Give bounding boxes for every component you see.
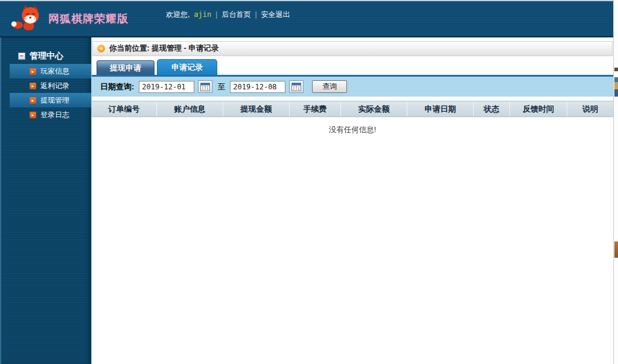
query-button[interactable]: 查询 <box>312 80 347 93</box>
sidebar-item-player-info[interactable]: ▸ 玩家信息 <box>10 64 91 78</box>
column-header-feedback-time: 反馈时间 <box>510 101 567 117</box>
scrollbar[interactable] <box>613 0 618 364</box>
tab-bar: 提现申请 申请记录 <box>92 60 613 77</box>
fox-mascot-icon <box>10 4 44 34</box>
date-to-input[interactable] <box>230 81 285 93</box>
column-header-withdraw-amount: 提现金额 <box>223 101 290 117</box>
welcome-text: 欢迎您, <box>166 10 190 20</box>
backend-home-link[interactable]: 后台首页 <box>221 10 250 20</box>
column-header-actual-amount: 实际金额 <box>341 101 407 117</box>
date-filter-bar: 日期查询: 至 查询 <box>92 77 613 97</box>
calendar-icon <box>291 83 301 91</box>
calendar-icon <box>200 83 210 91</box>
separator: | <box>215 10 217 19</box>
clipped-content-fragment <box>614 241 618 258</box>
sidebar-nav: ▸ 玩家信息 ▸ 返利记录 ▸ 提现管理 ▸ 登录日志 <box>1 64 91 122</box>
admin-console: 网狐棋牌荣耀版 欢迎您, ajin | 后台首页 | 安全退出 − 管理中心 ▸… <box>0 0 618 364</box>
app-title: 网狐棋牌荣耀版 <box>48 11 129 26</box>
breadcrumb: ➜ 你当前位置: 提现管理 - 申请记录 <box>92 41 613 56</box>
arrow-bullet-icon: ▸ <box>30 97 36 104</box>
date-from-input[interactable] <box>139 81 194 93</box>
clipped-content-fragment <box>614 68 618 71</box>
username: ajin <box>194 10 211 19</box>
column-header-remark: 说明 <box>567 101 613 117</box>
sidebar-section-admin-center[interactable]: − 管理中心 <box>1 48 91 64</box>
clipped-content-fragment <box>614 77 618 97</box>
breadcrumb-text: 你当前位置: 提现管理 - 申请记录 <box>109 43 218 54</box>
fox-mascot-logo <box>8 2 46 36</box>
collapse-minus-icon[interactable]: − <box>18 53 25 60</box>
separator: | <box>255 10 256 19</box>
arrow-bullet-icon: ▸ <box>30 112 36 118</box>
sidebar-item-label: 返利记录 <box>40 81 69 91</box>
column-header-apply-date: 申请日期 <box>407 101 474 117</box>
calendar-to-button[interactable] <box>289 80 304 93</box>
column-header-order-no: 订单编号 <box>92 101 157 117</box>
top-header: 网狐棋牌荣耀版 欢迎您, ajin | 后台首页 | 安全退出 <box>0 0 613 37</box>
sidebar-section-label: 管理中心 <box>30 51 63 62</box>
location-arrow-icon: ➜ <box>97 45 105 53</box>
column-header-status: 状态 <box>474 101 510 117</box>
sidebar-item-label: 提现管理 <box>40 95 69 106</box>
sidebar-item-label: 玩家信息 <box>40 66 69 77</box>
main-panel: ➜ 你当前位置: 提现管理 - 申请记录 提现申请 申请记录 日期查询: 至 <box>91 37 613 364</box>
header-user-bar: 欢迎您, ajin | 后台首页 | 安全退出 <box>166 10 290 20</box>
sidebar-item-withdraw-management[interactable]: ▸ 提现管理 <box>10 93 91 107</box>
arrow-bullet-icon: ▸ <box>30 83 36 89</box>
column-header-account-info: 账户信息 <box>157 101 223 117</box>
table-header-row: 订单编号 账户信息 提现金额 手续费 实际金额 申请日期 状态 反馈时间 说明 <box>92 101 613 117</box>
to-label: 至 <box>217 81 225 92</box>
tab-withdraw-apply[interactable]: 提现申请 <box>97 60 154 75</box>
date-query-label: 日期查询: <box>100 81 134 92</box>
sidebar: − 管理中心 ▸ 玩家信息 ▸ 返利记录 ▸ 提现管理 ▸ 登录日志 <box>0 37 91 364</box>
column-header-fee: 手续费 <box>290 101 341 117</box>
empty-message: 没有任何信息! <box>92 125 613 135</box>
logout-link[interactable]: 安全退出 <box>261 10 290 20</box>
calendar-from-button[interactable] <box>198 80 212 93</box>
arrow-bullet-icon: ▸ <box>30 68 36 75</box>
sidebar-item-label: 登录日志 <box>40 110 69 120</box>
sidebar-item-rebate-records[interactable]: ▸ 返利记录 <box>1 78 91 93</box>
sidebar-item-login-logs[interactable]: ▸ 登录日志 <box>1 107 91 122</box>
tab-apply-records[interactable]: 申请记录 <box>157 59 217 75</box>
